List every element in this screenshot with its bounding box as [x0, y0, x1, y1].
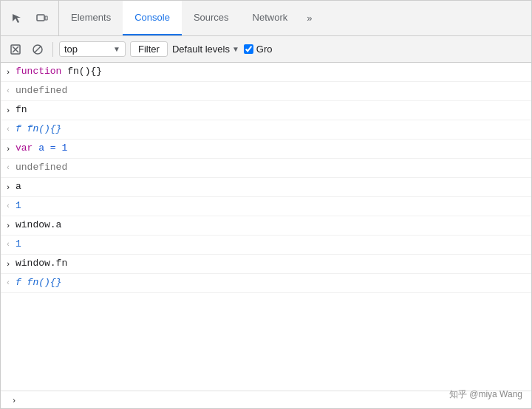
watermark: 知乎 @miya Wang: [449, 388, 522, 401]
console-row-2: ‹ undefined: [1, 82, 531, 101]
output-arrow-12: ‹: [1, 277, 16, 290]
console-row-9: › window.a: [1, 216, 531, 236]
input-arrow-7: ›: [1, 181, 16, 194]
context-arrow-icon: ▼: [113, 45, 120, 53]
tab-network[interactable]: Network: [241, 1, 300, 35]
console-row-7: › a: [1, 178, 531, 197]
tab-sources[interactable]: Sources: [182, 1, 241, 35]
output-arrow-10: ‹: [1, 238, 16, 252]
input-arrow-11: ›: [1, 258, 16, 271]
devtools-icons: [1, 1, 59, 35]
filter-button[interactable]: Filter: [130, 41, 168, 57]
console-row-1: › function fn(){}: [1, 63, 531, 82]
output-arrow-6: ‹: [1, 162, 16, 175]
group-checkbox-input[interactable]: [244, 44, 253, 54]
input-arrow-9: ›: [1, 219, 16, 233]
main-tabs: Elements Console Sources Network »: [59, 1, 320, 35]
input-prompt-icon: ›: [7, 396, 21, 405]
input-arrow-3: ›: [1, 104, 16, 117]
console-row-3: › fn: [1, 101, 531, 120]
console-row-6: ‹ undefined: [1, 159, 531, 178]
inspect-icon[interactable]: [7, 8, 27, 29]
input-arrow-5: ›: [1, 142, 16, 156]
tab-bar: Elements Console Sources Network »: [1, 1, 531, 36]
console-output: › function fn(){} ‹ undefined › fn ‹ f f…: [1, 63, 531, 391]
levels-arrow-icon: ▼: [232, 45, 239, 53]
console-row-10: ‹ 1: [1, 236, 531, 255]
console-row-11: › window.fn: [1, 255, 531, 274]
group-checkbox[interactable]: Gro: [244, 44, 273, 55]
console-row-4: ‹ f fn(){}: [1, 120, 531, 140]
tab-elements[interactable]: Elements: [59, 1, 123, 35]
svg-line-6: [35, 46, 41, 52]
more-tabs-button[interactable]: »: [299, 1, 319, 35]
output-arrow-8: ‹: [1, 200, 16, 213]
output-arrow-4: ‹: [1, 123, 16, 137]
console-row-8: ‹ 1: [1, 197, 531, 216]
svg-rect-1: [45, 16, 47, 20]
context-selector[interactable]: top ▼: [59, 41, 126, 57]
clear-console-icon[interactable]: [7, 41, 24, 58]
console-toolbar: top ▼ Filter Default levels ▼ Gro: [1, 36, 531, 63]
device-icon[interactable]: [32, 8, 52, 29]
svg-rect-0: [37, 15, 44, 21]
toolbar-sep-1: [52, 42, 53, 57]
output-arrow-2: ‹: [1, 85, 16, 98]
console-row-5: › var a = 1: [1, 140, 531, 159]
levels-selector[interactable]: Default levels ▼: [172, 44, 239, 55]
console-row-12: ‹ f fn(){}: [1, 274, 531, 293]
tab-console[interactable]: Console: [123, 1, 182, 35]
input-arrow-1: ›: [1, 66, 16, 79]
ban-icon[interactable]: [29, 41, 47, 58]
